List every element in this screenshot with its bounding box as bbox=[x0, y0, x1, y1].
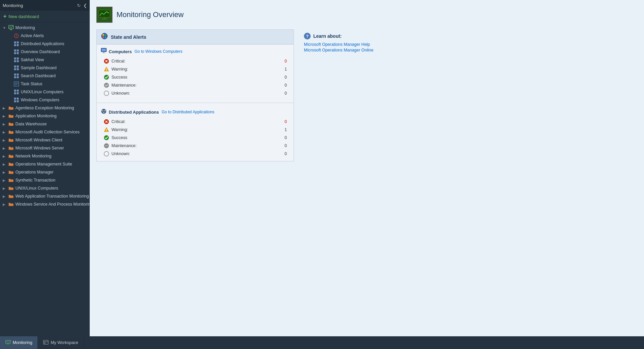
dist-apps-warning-row: Warning: 1 bbox=[101, 126, 290, 134]
folder-icon bbox=[8, 161, 14, 167]
sidebar-item-overview-dashboard[interactable]: ▶ Overview Dashboard bbox=[0, 48, 90, 56]
warning-icon bbox=[103, 127, 109, 133]
bottom-nav-my-workspace[interactable]: My Workspace bbox=[38, 336, 84, 349]
page-header: Monitoring Overview bbox=[96, 7, 637, 23]
folder-icon bbox=[8, 105, 14, 111]
computers-link[interactable]: Go to Windows Computers bbox=[135, 49, 182, 54]
success-count: 0 bbox=[280, 135, 287, 140]
plus-icon: + bbox=[3, 13, 6, 19]
sidebar-item-label: Sample Dashboard bbox=[21, 66, 57, 70]
sidebar-item-application-monitoring[interactable]: ▶ Application Monitoring bbox=[0, 112, 90, 120]
page-title: Monitoring Overview bbox=[116, 10, 184, 19]
sidebar-item-task-status[interactable]: ▶ Task Status bbox=[0, 80, 90, 88]
computers-icon bbox=[101, 48, 107, 55]
sidebar-item-distributed-apps[interactable]: ▶ Distributed Applications bbox=[0, 40, 90, 48]
computers-maintenance-row: Maintenance: 0 bbox=[101, 81, 290, 89]
status-label: Warning: bbox=[111, 67, 280, 72]
svg-rect-35 bbox=[17, 98, 19, 100]
chevron-right-icon: ▶ bbox=[3, 203, 7, 206]
help-icon: ? bbox=[304, 33, 311, 39]
sidebar-item-ms-windows-client[interactable]: ▶ Microsoft Windows Client bbox=[0, 136, 90, 144]
sidebar-item-sakhat-view[interactable]: ▶ Sakhat View bbox=[0, 56, 90, 64]
sidebar-item-ms-windows-server[interactable]: ▶ Microsoft Windows Server bbox=[0, 144, 90, 152]
collapse-icon[interactable]: ❮ bbox=[83, 3, 87, 8]
sidebar-item-unix-linux-parent[interactable]: ▶ UNIX/Linux Computers bbox=[0, 184, 90, 192]
sidebar-item-label: Web Application Transaction Monitoring bbox=[15, 194, 89, 199]
sidebar-item-windows-service-process[interactable]: ▶ Windows Service And Process Monitoring bbox=[0, 200, 90, 208]
sidebar-header: Monitoring ↻ ❮ bbox=[0, 0, 90, 11]
sidebar-item-operations-manager[interactable]: ▶ Operations Manager bbox=[0, 168, 90, 176]
folder-icon bbox=[8, 185, 14, 191]
sidebar-item-label: UNIX/Linux Computers bbox=[15, 186, 58, 191]
sidebar-item-synthetic-transaction[interactable]: ▶ Synthetic Transaction bbox=[0, 176, 90, 184]
svg-rect-12 bbox=[14, 52, 16, 54]
svg-rect-11 bbox=[17, 49, 19, 51]
svg-rect-31 bbox=[17, 90, 19, 92]
workspace-nav-icon bbox=[43, 340, 49, 346]
alert-icon bbox=[13, 33, 19, 39]
status-label: Success bbox=[111, 135, 280, 140]
dist-apps-link[interactable]: Go to Distributed Applications bbox=[162, 110, 214, 114]
main-content: Monitoring Overview bbox=[90, 0, 644, 336]
monitoring-nav-label: Monitoring bbox=[13, 340, 32, 345]
content-row: State and Alerts bbox=[96, 29, 637, 161]
sidebar-item-web-app-transaction[interactable]: ▶ Web Application Transaction Monitoring bbox=[0, 192, 90, 200]
sidebar-item-label: Microsoft Windows Client bbox=[15, 138, 62, 142]
section-divider bbox=[97, 103, 294, 103]
sidebar-item-sample-dashboard[interactable]: ▶ Sample Dashboard bbox=[0, 64, 90, 72]
panel-header-icon bbox=[101, 32, 108, 41]
bottom-nav-monitoring[interactable]: Monitoring bbox=[0, 336, 38, 349]
folder-icon bbox=[8, 129, 14, 135]
state-alerts-panel: State and Alerts bbox=[96, 29, 294, 161]
chevron-right-icon: ▶ bbox=[3, 195, 7, 198]
sidebar-item-monitoring-root[interactable]: ▼ Monitoring bbox=[0, 24, 90, 32]
dist-apps-success-row: Success 0 bbox=[101, 134, 290, 142]
dist-apps-critical-row: Critical: 0 bbox=[101, 118, 290, 126]
new-dashboard-label: New dashboard bbox=[8, 14, 39, 19]
learn-panel: ? Learn about: Microsoft Operations Mana… bbox=[301, 29, 377, 57]
sidebar-item-label: Monitoring bbox=[15, 25, 35, 30]
svg-rect-22 bbox=[14, 74, 16, 76]
sidebar-item-ms-audit[interactable]: ▶ Microsoft Audit Collection Services bbox=[0, 128, 90, 136]
svg-rect-13 bbox=[17, 52, 19, 54]
chevron-right-icon: ▶ bbox=[3, 170, 7, 174]
folder-icon bbox=[8, 113, 14, 119]
svg-rect-32 bbox=[14, 92, 16, 94]
learn-title: ? Learn about: bbox=[304, 33, 374, 39]
sidebar-item-label: Network Monitoring bbox=[15, 154, 52, 158]
svg-rect-16 bbox=[14, 60, 16, 62]
folder-icon bbox=[8, 137, 14, 143]
svg-rect-36 bbox=[14, 100, 16, 102]
svg-rect-21 bbox=[17, 68, 19, 70]
sidebar-item-agentless-exception[interactable]: ▶ Agentless Exception Monitoring bbox=[0, 104, 90, 112]
section-title-computers: Computers Go to Windows Computers bbox=[101, 48, 290, 55]
new-dashboard-button[interactable]: + New dashboard bbox=[0, 11, 90, 22]
refresh-icon[interactable]: ↻ bbox=[77, 3, 81, 8]
svg-rect-44 bbox=[102, 36, 104, 38]
critical-count: 0 bbox=[280, 119, 287, 124]
success-icon bbox=[103, 74, 109, 80]
dist-apps-label: Distributed Applications bbox=[109, 110, 159, 115]
svg-rect-6 bbox=[14, 41, 16, 43]
sidebar-item-label: UNIX/Linux Computers bbox=[21, 90, 64, 94]
panel-title: State and Alerts bbox=[111, 34, 146, 40]
sidebar-item-data-warehouse[interactable]: ▶ Data Warehouse bbox=[0, 120, 90, 128]
critical-icon bbox=[103, 119, 109, 125]
svg-rect-82 bbox=[44, 342, 46, 344]
unknown-icon bbox=[103, 151, 109, 157]
monitor-icon bbox=[8, 25, 14, 31]
svg-point-76 bbox=[104, 151, 109, 156]
svg-rect-14 bbox=[14, 57, 16, 60]
sidebar-item-windows-computers[interactable]: ▶ Windows Computers bbox=[0, 96, 90, 104]
sidebar-item-search-dashboard[interactable]: ▶ Search Dashboard bbox=[0, 72, 90, 80]
sidebar-item-network-monitoring[interactable]: ▶ Network Monitoring bbox=[0, 152, 90, 160]
sidebar-item-active-alerts[interactable]: ▶ Active Alerts bbox=[0, 32, 90, 40]
learn-link-online[interactable]: Microsoft Operations Manager Online bbox=[304, 48, 374, 52]
chevron-right-icon: ▶ bbox=[3, 146, 7, 150]
grid-icon bbox=[13, 49, 19, 55]
status-label: Maintenance: bbox=[111, 143, 280, 148]
sidebar-item-unix-linux-computers[interactable]: ▶ UNIX/Linux Computers bbox=[0, 88, 90, 96]
dist-apps-icon bbox=[101, 108, 107, 116]
sidebar-item-operations-mgmt-suite[interactable]: ▶ Operations Management Suite bbox=[0, 160, 90, 168]
learn-link-help[interactable]: Microsoft Operations Manager Help bbox=[304, 42, 374, 47]
